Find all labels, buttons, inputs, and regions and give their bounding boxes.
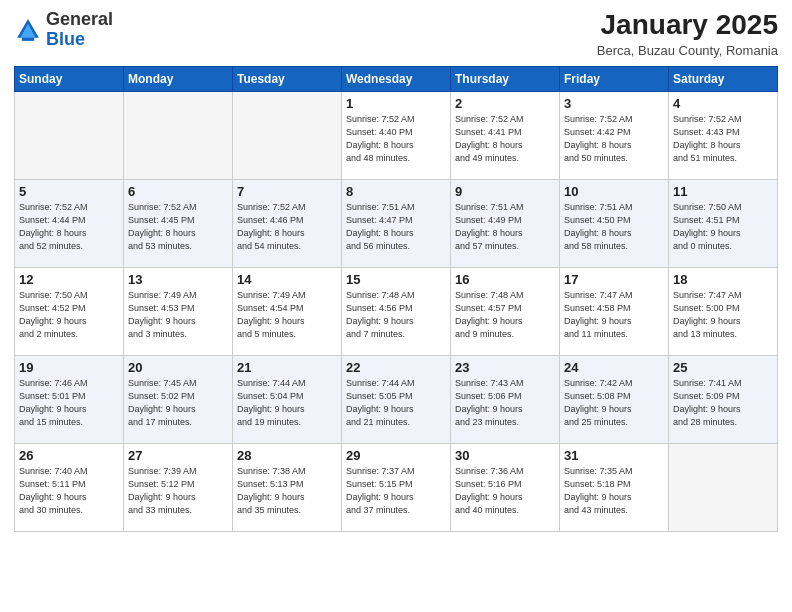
- calendar-cell: 4Sunrise: 7:52 AM Sunset: 4:43 PM Daylig…: [669, 91, 778, 179]
- calendar: SundayMondayTuesdayWednesdayThursdayFrid…: [14, 66, 778, 532]
- calendar-cell: [233, 91, 342, 179]
- calendar-cell: 31Sunrise: 7:35 AM Sunset: 5:18 PM Dayli…: [560, 443, 669, 531]
- day-number: 12: [19, 272, 119, 287]
- day-number: 18: [673, 272, 773, 287]
- day-info: Sunrise: 7:52 AM Sunset: 4:46 PM Dayligh…: [237, 201, 337, 253]
- calendar-cell: 28Sunrise: 7:38 AM Sunset: 5:13 PM Dayli…: [233, 443, 342, 531]
- calendar-cell: 18Sunrise: 7:47 AM Sunset: 5:00 PM Dayli…: [669, 267, 778, 355]
- calendar-cell: [669, 443, 778, 531]
- day-info: Sunrise: 7:44 AM Sunset: 5:04 PM Dayligh…: [237, 377, 337, 429]
- day-info: Sunrise: 7:46 AM Sunset: 5:01 PM Dayligh…: [19, 377, 119, 429]
- day-info: Sunrise: 7:45 AM Sunset: 5:02 PM Dayligh…: [128, 377, 228, 429]
- calendar-cell: 2Sunrise: 7:52 AM Sunset: 4:41 PM Daylig…: [451, 91, 560, 179]
- calendar-cell: 17Sunrise: 7:47 AM Sunset: 4:58 PM Dayli…: [560, 267, 669, 355]
- calendar-cell: 21Sunrise: 7:44 AM Sunset: 5:04 PM Dayli…: [233, 355, 342, 443]
- weekday-header-monday: Monday: [124, 66, 233, 91]
- day-number: 25: [673, 360, 773, 375]
- calendar-cell: [15, 91, 124, 179]
- day-info: Sunrise: 7:47 AM Sunset: 5:00 PM Dayligh…: [673, 289, 773, 341]
- day-info: Sunrise: 7:41 AM Sunset: 5:09 PM Dayligh…: [673, 377, 773, 429]
- calendar-cell: 13Sunrise: 7:49 AM Sunset: 4:53 PM Dayli…: [124, 267, 233, 355]
- day-number: 29: [346, 448, 446, 463]
- calendar-cell: 16Sunrise: 7:48 AM Sunset: 4:57 PM Dayli…: [451, 267, 560, 355]
- day-info: Sunrise: 7:40 AM Sunset: 5:11 PM Dayligh…: [19, 465, 119, 517]
- day-number: 31: [564, 448, 664, 463]
- logo-blue-text: Blue: [46, 29, 85, 49]
- day-info: Sunrise: 7:49 AM Sunset: 4:54 PM Dayligh…: [237, 289, 337, 341]
- calendar-cell: 27Sunrise: 7:39 AM Sunset: 5:12 PM Dayli…: [124, 443, 233, 531]
- day-number: 17: [564, 272, 664, 287]
- week-row-2: 5Sunrise: 7:52 AM Sunset: 4:44 PM Daylig…: [15, 179, 778, 267]
- calendar-cell: 23Sunrise: 7:43 AM Sunset: 5:06 PM Dayli…: [451, 355, 560, 443]
- weekday-header-thursday: Thursday: [451, 66, 560, 91]
- day-info: Sunrise: 7:52 AM Sunset: 4:41 PM Dayligh…: [455, 113, 555, 165]
- week-row-5: 26Sunrise: 7:40 AM Sunset: 5:11 PM Dayli…: [15, 443, 778, 531]
- weekday-header-wednesday: Wednesday: [342, 66, 451, 91]
- day-number: 5: [19, 184, 119, 199]
- day-info: Sunrise: 7:49 AM Sunset: 4:53 PM Dayligh…: [128, 289, 228, 341]
- day-number: 16: [455, 272, 555, 287]
- calendar-cell: 12Sunrise: 7:50 AM Sunset: 4:52 PM Dayli…: [15, 267, 124, 355]
- day-info: Sunrise: 7:47 AM Sunset: 4:58 PM Dayligh…: [564, 289, 664, 341]
- logo-icon: [14, 16, 42, 44]
- day-number: 22: [346, 360, 446, 375]
- day-info: Sunrise: 7:50 AM Sunset: 4:51 PM Dayligh…: [673, 201, 773, 253]
- calendar-cell: 25Sunrise: 7:41 AM Sunset: 5:09 PM Dayli…: [669, 355, 778, 443]
- calendar-cell: 14Sunrise: 7:49 AM Sunset: 4:54 PM Dayli…: [233, 267, 342, 355]
- day-number: 3: [564, 96, 664, 111]
- calendar-cell: 15Sunrise: 7:48 AM Sunset: 4:56 PM Dayli…: [342, 267, 451, 355]
- day-number: 13: [128, 272, 228, 287]
- day-info: Sunrise: 7:36 AM Sunset: 5:16 PM Dayligh…: [455, 465, 555, 517]
- day-number: 14: [237, 272, 337, 287]
- title-block: January 2025 Berca, Buzau County, Romani…: [597, 10, 778, 58]
- day-number: 1: [346, 96, 446, 111]
- weekday-header-sunday: Sunday: [15, 66, 124, 91]
- day-info: Sunrise: 7:52 AM Sunset: 4:43 PM Dayligh…: [673, 113, 773, 165]
- month-title: January 2025: [597, 10, 778, 41]
- calendar-cell: 3Sunrise: 7:52 AM Sunset: 4:42 PM Daylig…: [560, 91, 669, 179]
- svg-rect-2: [22, 38, 34, 41]
- day-info: Sunrise: 7:51 AM Sunset: 4:47 PM Dayligh…: [346, 201, 446, 253]
- day-number: 21: [237, 360, 337, 375]
- header: General Blue January 2025 Berca, Buzau C…: [14, 10, 778, 58]
- calendar-cell: 22Sunrise: 7:44 AM Sunset: 5:05 PM Dayli…: [342, 355, 451, 443]
- calendar-cell: 6Sunrise: 7:52 AM Sunset: 4:45 PM Daylig…: [124, 179, 233, 267]
- week-row-4: 19Sunrise: 7:46 AM Sunset: 5:01 PM Dayli…: [15, 355, 778, 443]
- day-number: 24: [564, 360, 664, 375]
- day-info: Sunrise: 7:38 AM Sunset: 5:13 PM Dayligh…: [237, 465, 337, 517]
- day-info: Sunrise: 7:37 AM Sunset: 5:15 PM Dayligh…: [346, 465, 446, 517]
- day-info: Sunrise: 7:35 AM Sunset: 5:18 PM Dayligh…: [564, 465, 664, 517]
- day-info: Sunrise: 7:39 AM Sunset: 5:12 PM Dayligh…: [128, 465, 228, 517]
- day-number: 20: [128, 360, 228, 375]
- day-number: 9: [455, 184, 555, 199]
- day-info: Sunrise: 7:44 AM Sunset: 5:05 PM Dayligh…: [346, 377, 446, 429]
- day-info: Sunrise: 7:52 AM Sunset: 4:40 PM Dayligh…: [346, 113, 446, 165]
- day-info: Sunrise: 7:52 AM Sunset: 4:44 PM Dayligh…: [19, 201, 119, 253]
- day-info: Sunrise: 7:52 AM Sunset: 4:42 PM Dayligh…: [564, 113, 664, 165]
- calendar-cell: 8Sunrise: 7:51 AM Sunset: 4:47 PM Daylig…: [342, 179, 451, 267]
- day-number: 6: [128, 184, 228, 199]
- weekday-header-saturday: Saturday: [669, 66, 778, 91]
- day-info: Sunrise: 7:51 AM Sunset: 4:49 PM Dayligh…: [455, 201, 555, 253]
- calendar-cell: 24Sunrise: 7:42 AM Sunset: 5:08 PM Dayli…: [560, 355, 669, 443]
- calendar-cell: [124, 91, 233, 179]
- day-number: 23: [455, 360, 555, 375]
- day-info: Sunrise: 7:51 AM Sunset: 4:50 PM Dayligh…: [564, 201, 664, 253]
- day-info: Sunrise: 7:42 AM Sunset: 5:08 PM Dayligh…: [564, 377, 664, 429]
- calendar-cell: 26Sunrise: 7:40 AM Sunset: 5:11 PM Dayli…: [15, 443, 124, 531]
- day-info: Sunrise: 7:43 AM Sunset: 5:06 PM Dayligh…: [455, 377, 555, 429]
- calendar-cell: 1Sunrise: 7:52 AM Sunset: 4:40 PM Daylig…: [342, 91, 451, 179]
- calendar-cell: 29Sunrise: 7:37 AM Sunset: 5:15 PM Dayli…: [342, 443, 451, 531]
- location-title: Berca, Buzau County, Romania: [597, 43, 778, 58]
- day-number: 27: [128, 448, 228, 463]
- day-number: 7: [237, 184, 337, 199]
- week-row-1: 1Sunrise: 7:52 AM Sunset: 4:40 PM Daylig…: [15, 91, 778, 179]
- calendar-cell: 7Sunrise: 7:52 AM Sunset: 4:46 PM Daylig…: [233, 179, 342, 267]
- calendar-cell: 10Sunrise: 7:51 AM Sunset: 4:50 PM Dayli…: [560, 179, 669, 267]
- calendar-cell: 11Sunrise: 7:50 AM Sunset: 4:51 PM Dayli…: [669, 179, 778, 267]
- day-number: 2: [455, 96, 555, 111]
- day-number: 11: [673, 184, 773, 199]
- day-number: 8: [346, 184, 446, 199]
- calendar-cell: 5Sunrise: 7:52 AM Sunset: 4:44 PM Daylig…: [15, 179, 124, 267]
- day-number: 19: [19, 360, 119, 375]
